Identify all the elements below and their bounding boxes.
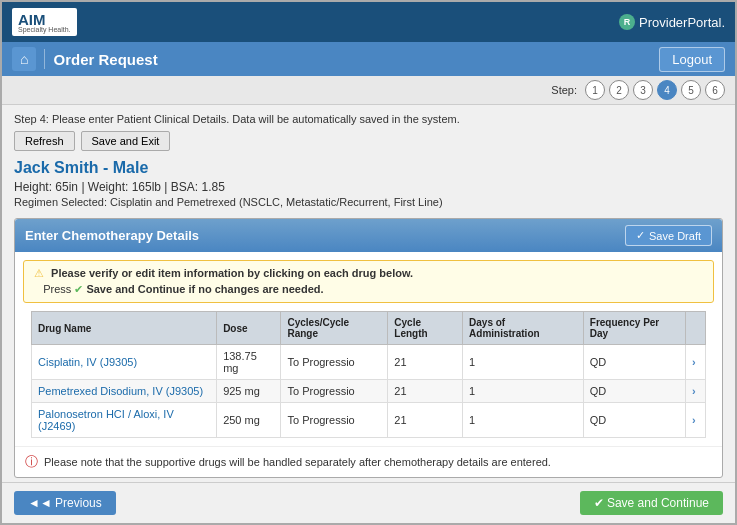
logo-area: AIM Specialty Health. (12, 8, 77, 36)
steps-bar: Step: 1 2 3 4 5 6 (2, 76, 735, 105)
note-row: ⓘ Please note that the supportive drugs … (15, 446, 722, 477)
warning-text-2: Save and Continue if no changes are need… (86, 283, 323, 295)
steps-label: Step: (551, 84, 577, 96)
warning-line1: ⚠ Please verify or edit item information… (34, 267, 703, 280)
arrow-pemetrexed[interactable]: › (686, 380, 706, 403)
main-content: Step 4: Please enter Patient Clinical De… (2, 105, 735, 482)
drug-link-cisplatin[interactable]: Cisplatin, IV (J9305) (38, 356, 137, 368)
save-draft-label: Save Draft (649, 230, 701, 242)
freq-cisplatin: QD (583, 345, 685, 380)
col-action (686, 312, 706, 345)
patient-regimen: Regimen Selected: Cisplatin and Pemetrex… (14, 196, 723, 208)
patient-name: Jack Smith - Male (14, 159, 723, 177)
refresh-button[interactable]: Refresh (14, 131, 75, 151)
dose-palonosetron: 250 mg (217, 403, 281, 438)
chemo-header: Enter Chemotherapy Details ✓ Save Draft (15, 219, 722, 252)
logo-sub: Specialty Health. (18, 26, 71, 33)
dose-pemetrexed: 925 mg (217, 380, 281, 403)
cycles-palonosetron: To Progressio (281, 403, 388, 438)
header: AIM Specialty Health. R ProviderPortal. (2, 2, 735, 42)
action-buttons: Refresh Save and Exit (14, 131, 723, 151)
days-cisplatin: 1 (463, 345, 584, 380)
portal-label: ProviderPortal. (639, 15, 725, 30)
portal-branding: R ProviderPortal. (619, 14, 725, 30)
step-5[interactable]: 5 (681, 80, 701, 100)
save-continue-button[interactable]: ✔ Save and Continue (580, 491, 723, 515)
page-title: Order Request (53, 51, 157, 68)
arrow-palonosetron[interactable]: › (686, 403, 706, 438)
col-days-admin: Days of Administration (463, 312, 584, 345)
cycle-length-palonosetron: 21 (388, 403, 463, 438)
col-cycle-length: Cycle Length (388, 312, 463, 345)
arrow-cisplatin[interactable]: › (686, 345, 706, 380)
instruction-text: Step 4: Please enter Patient Clinical De… (14, 113, 723, 125)
table-row: Palonosetron HCI / Aloxi, IV (J2469) 250… (32, 403, 706, 438)
warning-icon: ⚠ (34, 267, 44, 279)
patient-stats: Height: 65in | Weight: 165lb | BSA: 1.85 (14, 180, 723, 194)
table-row: Pemetrexed Disodium, IV (J9305) 925 mg T… (32, 380, 706, 403)
portal-icon: R (619, 14, 635, 30)
footer-bar: ◄◄ Previous ✔ Save and Continue (2, 482, 735, 523)
cycle-length-pemetrexed: 21 (388, 380, 463, 403)
navbar: ⌂ Order Request Logout (2, 42, 735, 76)
step-4[interactable]: 4 (657, 80, 677, 100)
note-icon: ⓘ (25, 453, 38, 471)
col-cycles: Cycles/Cycle Range (281, 312, 388, 345)
drug-table: Drug Name Dose Cycles/Cycle Range Cycle … (31, 311, 706, 438)
table-row: Cisplatin, IV (J9305) 138.75 mg To Progr… (32, 345, 706, 380)
step-2[interactable]: 2 (609, 80, 629, 100)
freq-pemetrexed: QD (583, 380, 685, 403)
save-exit-button[interactable]: Save and Exit (81, 131, 171, 151)
cycles-pemetrexed: To Progressio (281, 380, 388, 403)
col-dose: Dose (217, 312, 281, 345)
cycles-cisplatin: To Progressio (281, 345, 388, 380)
chemo-details-box: Enter Chemotherapy Details ✓ Save Draft … (14, 218, 723, 478)
col-drug-name: Drug Name (32, 312, 217, 345)
days-pemetrexed: 1 (463, 380, 584, 403)
step-6[interactable]: 6 (705, 80, 725, 100)
chemo-header-title: Enter Chemotherapy Details (25, 228, 199, 243)
nav-divider (44, 49, 45, 69)
note-text: Please note that the supportive drugs wi… (44, 456, 551, 468)
freq-palonosetron: QD (583, 403, 685, 438)
step-1[interactable]: 1 (585, 80, 605, 100)
logout-button[interactable]: Logout (659, 47, 725, 72)
warning-text-1: Please verify or edit item information b… (51, 267, 413, 279)
drug-link-palonosetron[interactable]: Palonosetron HCI / Aloxi, IV (J2469) (38, 408, 174, 432)
col-freq: Frequency Per Day (583, 312, 685, 345)
drug-table-wrapper: Drug Name Dose Cycles/Cycle Range Cycle … (15, 311, 722, 446)
home-button[interactable]: ⌂ (12, 47, 36, 71)
warning-line2: Press ✔ Save and Continue if no changes … (34, 283, 703, 296)
previous-button[interactable]: ◄◄ Previous (14, 491, 116, 515)
days-palonosetron: 1 (463, 403, 584, 438)
cycle-length-cisplatin: 21 (388, 345, 463, 380)
dose-cisplatin: 138.75 mg (217, 345, 281, 380)
warning-box: ⚠ Please verify or edit item information… (23, 260, 714, 303)
step-3[interactable]: 3 (633, 80, 653, 100)
save-draft-icon: ✓ (636, 229, 645, 242)
drug-link-pemetrexed[interactable]: Pemetrexed Disodium, IV (J9305) (38, 385, 203, 397)
save-draft-button[interactable]: ✓ Save Draft (625, 225, 712, 246)
